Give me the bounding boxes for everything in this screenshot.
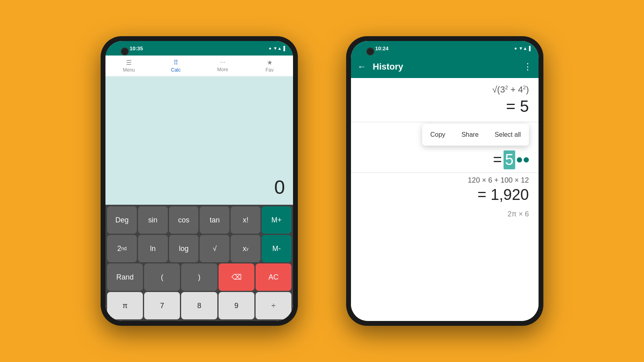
calc-row-1: Deg sin cos tan x! M+: [107, 206, 291, 234]
btn-xy[interactable]: xy: [231, 235, 260, 262]
calc-row-3: Rand ( ) ⌫ AC: [107, 263, 291, 291]
nav-calc[interactable]: ⠿ Calc: [153, 56, 200, 76]
btn-lparen[interactable]: (: [144, 263, 180, 291]
nav-fav[interactable]: ★ Fav: [246, 56, 293, 76]
status-bar-calc: 10:35 ● ▼▲ ▌: [105, 41, 293, 56]
btn-mplus[interactable]: M+: [262, 206, 291, 234]
calculator-phone: 10:35 ● ▼▲ ▌ ☰ Menu ⠿ Calc ···: [101, 36, 298, 326]
btn-rand[interactable]: Rand: [107, 263, 143, 291]
context-share[interactable]: Share: [453, 127, 487, 142]
phones-container: 10:35 ● ▼▲ ▌ ☰ Menu ⠿ Calc ···: [101, 36, 543, 326]
history-phone: 10:24 ● ▼▲ ▌ ← History ⋮ √(32 + 42): [346, 36, 543, 326]
more-button[interactable]: ⋮: [523, 62, 532, 72]
selection-handle: [517, 157, 522, 162]
history-expr-2: 120 × 6 + 100 × 12: [361, 176, 529, 185]
history-screen: 10:24 ● ▼▲ ▌ ← History ⋮ √(32 + 42): [351, 41, 539, 321]
nav-menu[interactable]: ☰ Menu: [105, 56, 153, 76]
btn-9[interactable]: 9: [219, 292, 254, 319]
star-icon: ★: [267, 59, 272, 66]
nav-more[interactable]: ··· More: [199, 56, 246, 76]
btn-backspace[interactable]: ⌫: [219, 263, 254, 291]
btn-rparen[interactable]: ): [181, 263, 217, 291]
history-title: History: [373, 62, 517, 72]
calculator-screen: 10:35 ● ▼▲ ▌ ☰ Menu ⠿ Calc ···: [105, 41, 293, 321]
history-content: √(32 + 42) = 5 Copy Share Select all = 5: [351, 78, 539, 321]
btn-pi[interactable]: π: [107, 292, 143, 319]
calc-row-4: π 7 8 9 ÷: [107, 292, 291, 319]
btn-ac[interactable]: AC: [256, 263, 291, 291]
selection-handle2: [524, 157, 529, 162]
nav-menu-label: Menu: [123, 67, 135, 73]
btn-divide[interactable]: ÷: [256, 292, 291, 319]
selected-result-row: = 5: [351, 147, 539, 173]
status-icons-calc: ● ▼▲ ▌: [269, 46, 287, 51]
context-select-all[interactable]: Select all: [487, 127, 529, 142]
calc-row-2: 2nd ln log √ xy M-: [107, 235, 291, 262]
btn-sqrt[interactable]: √: [200, 235, 229, 262]
btn-mminus[interactable]: M-: [262, 235, 291, 262]
btn-7[interactable]: 7: [144, 292, 180, 319]
btn-2nd[interactable]: 2nd: [107, 235, 137, 262]
nav-fav-label: Fav: [266, 67, 274, 73]
calc-keypad: Deg sin cos tan x! M+ 2nd ln log √ xy M-: [105, 205, 293, 321]
btn-ln[interactable]: ln: [138, 235, 168, 262]
nav-more-label: More: [217, 67, 228, 72]
selected-number: 5: [504, 150, 515, 169]
btn-tan[interactable]: tan: [200, 206, 229, 234]
btn-8[interactable]: 8: [181, 292, 217, 319]
history-header: ← History ⋮: [351, 56, 539, 78]
context-menu-container: Copy Share Select all: [351, 124, 539, 146]
menu-icon: ☰: [126, 59, 132, 66]
btn-log[interactable]: log: [169, 235, 199, 262]
btn-deg[interactable]: Deg: [107, 206, 137, 234]
more-icon: ···: [220, 59, 225, 66]
btn-factorial[interactable]: x!: [231, 206, 260, 234]
camera-notch: [121, 47, 129, 56]
history-result-1: = 5: [361, 97, 529, 115]
time-history: 10:24: [375, 45, 388, 51]
back-button[interactable]: ←: [357, 62, 366, 72]
history-entry-2: 120 × 6 + 100 × 12 = 1,920: [351, 173, 539, 207]
btn-cos[interactable]: cos: [169, 206, 199, 234]
history-expr-1: √(32 + 42): [361, 84, 529, 95]
history-entry-1: √(32 + 42) = 5: [351, 78, 539, 122]
calc-nav: ☰ Menu ⠿ Calc ··· More ★ Fav: [105, 56, 293, 76]
calc-display: 0: [105, 76, 293, 205]
history-expr-3-partial: 2π × 6: [351, 207, 539, 218]
time-calc: 10:35: [130, 45, 143, 51]
nav-calc-label: Calc: [171, 67, 181, 73]
context-menu: Copy Share Select all: [422, 124, 529, 146]
context-copy[interactable]: Copy: [422, 127, 453, 142]
camera-notch-history: [366, 47, 374, 56]
history-result-2: = 1,920: [361, 186, 529, 204]
status-bar-history: 10:24 ● ▼▲ ▌: [351, 41, 539, 56]
display-value: 0: [274, 176, 285, 198]
status-icons-history: ● ▼▲ ▌: [514, 46, 532, 51]
calc-icon: ⠿: [173, 59, 178, 66]
btn-sin[interactable]: sin: [138, 206, 168, 234]
